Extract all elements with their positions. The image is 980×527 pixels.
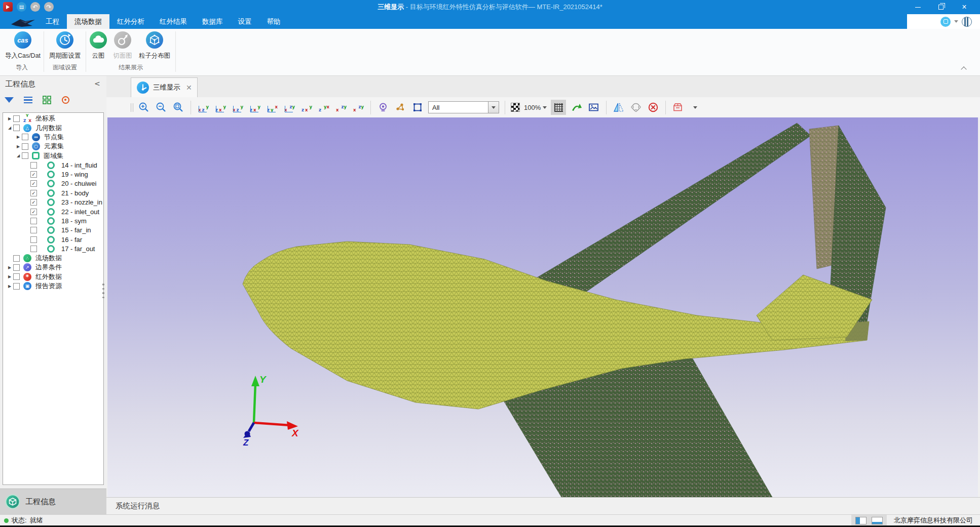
- tree-row[interactable]: 14 - int_fluid: [3, 160, 103, 170]
- view-preset-6-button[interactable]: zyx: [283, 101, 296, 114]
- tree-row[interactable]: ✓21 - body: [3, 188, 103, 197]
- tree-checkbox[interactable]: ✓: [30, 209, 37, 215]
- tree-row[interactable]: ∴流场数据: [3, 254, 103, 263]
- tree-item-label[interactable]: 16 - far: [61, 236, 82, 244]
- tree-checkbox[interactable]: [13, 273, 20, 280]
- tree-row[interactable]: ▶▣报告资源: [3, 281, 103, 291]
- tree-row[interactable]: ✓22 - inlet_out: [3, 207, 103, 216]
- tree-checkbox[interactable]: [13, 125, 20, 131]
- tree-item-label[interactable]: 23 - nozzle_in: [61, 198, 102, 206]
- tree-row[interactable]: 15 - far_in: [3, 226, 103, 235]
- tree-row[interactable]: ◢面域集: [3, 151, 103, 160]
- zoom-in-button[interactable]: [137, 100, 150, 114]
- view-preset-1-button[interactable]: yxz: [197, 101, 210, 114]
- tree-item-label[interactable]: 元素集: [44, 142, 64, 151]
- theme-dropdown-caret[interactable]: [954, 20, 958, 23]
- tree-item-label[interactable]: 红外数据: [35, 272, 62, 281]
- display-filter-combo[interactable]: All: [428, 101, 499, 113]
- tree-checkbox[interactable]: [22, 134, 28, 140]
- tree-checkbox[interactable]: [22, 143, 28, 150]
- tab-close-icon[interactable]: ✕: [186, 84, 192, 92]
- tree-expander-icon[interactable]: ▶: [6, 265, 13, 270]
- tree-checkbox[interactable]: ✓: [30, 171, 37, 178]
- toolbar-grip[interactable]: [131, 103, 133, 112]
- tree-checkbox[interactable]: [13, 115, 20, 122]
- tree-checkbox[interactable]: [30, 246, 37, 252]
- undo-button[interactable]: ↶: [30, 2, 40, 12]
- theme-style-button[interactable]: [940, 17, 951, 27]
- tree-checkbox[interactable]: [13, 283, 20, 290]
- mirror-button[interactable]: [612, 100, 625, 114]
- view-preset-4-button[interactable]: yzx: [248, 101, 261, 114]
- tree-item-label[interactable]: 报告资源: [35, 281, 62, 291]
- tab-3d-display[interactable]: 三维显示 ✕: [131, 77, 198, 97]
- layout-style-button[interactable]: [962, 17, 972, 27]
- tree-checkbox[interactable]: [30, 227, 37, 233]
- panel-layout-icon[interactable]: [855, 517, 866, 524]
- tree-item-label[interactable]: 17 - far_out: [61, 245, 95, 253]
- tree-checkbox[interactable]: [30, 162, 37, 169]
- tree-checkbox[interactable]: [13, 264, 20, 271]
- tree-item-label[interactable]: 14 - int_fluid: [61, 161, 97, 169]
- lasso-button[interactable]: [629, 100, 643, 114]
- tree-item-label[interactable]: 流场数据: [35, 254, 62, 263]
- tree-item-label[interactable]: 18 - sym: [61, 217, 87, 225]
- view-preset-5-button[interactable]: xzy: [266, 101, 279, 114]
- light-button[interactable]: [376, 100, 390, 114]
- tree-row[interactable]: 18 - sym: [3, 216, 103, 225]
- tree-row[interactable]: ◢△几何数据: [3, 123, 103, 132]
- 3d-viewport[interactable]: Y X Z: [107, 117, 978, 497]
- tree-row[interactable]: ✓20 - chuiwei: [3, 179, 103, 188]
- tree-row[interactable]: ▶○元素集: [3, 142, 103, 151]
- view-preset-3-button[interactable]: yxz: [231, 101, 244, 114]
- tree-checkbox[interactable]: ✓: [30, 180, 37, 187]
- tree-checkbox[interactable]: ✓: [30, 190, 37, 196]
- tree-checkbox[interactable]: [30, 218, 37, 224]
- restore-button[interactable]: [929, 0, 953, 14]
- tree-item-label[interactable]: 边界条件: [35, 263, 62, 272]
- panel-collapse-button[interactable]: <: [94, 79, 100, 88]
- periodic-surface-button[interactable]: 周期面设置: [46, 30, 84, 60]
- tree-checkbox[interactable]: [22, 152, 28, 159]
- tree-expander-icon[interactable]: ▶: [15, 135, 22, 139]
- select-box-button[interactable]: [411, 100, 424, 114]
- snapshot-button[interactable]: [587, 100, 600, 114]
- tree-checkbox[interactable]: ✓: [30, 199, 37, 206]
- tree-row[interactable]: 16 - far: [3, 235, 103, 244]
- tree-item-label[interactable]: 19 - wing: [61, 171, 88, 178]
- app-icon[interactable]: [3, 2, 13, 12]
- tree-row[interactable]: 17 - far_out: [3, 244, 103, 253]
- archive-dropdown-caret[interactable]: [689, 100, 702, 114]
- tree-item-label[interactable]: 面域集: [44, 151, 63, 160]
- tree-row[interactable]: ✓19 - wing: [3, 170, 103, 179]
- tree-expander-icon[interactable]: ◢: [6, 126, 13, 130]
- contour-plot-button[interactable]: 云图: [87, 30, 109, 60]
- archive-button[interactable]: [671, 100, 685, 114]
- panel-splitter-handle[interactable]: [102, 283, 104, 298]
- menu-tab-帮助[interactable]: 帮助: [259, 14, 288, 29]
- console-layout-icon[interactable]: [872, 517, 883, 524]
- tree-item-label[interactable]: 几何数据: [35, 124, 62, 133]
- particle-distribution-button[interactable]: 粒子分布图: [135, 30, 174, 60]
- tree-expander-icon[interactable]: ◢: [15, 153, 22, 158]
- tree-checkbox[interactable]: [30, 236, 37, 243]
- menu-tab-数据库[interactable]: 数据库: [195, 14, 231, 29]
- tree-item-label[interactable]: 坐标系: [35, 114, 55, 123]
- close-button[interactable]: ×: [953, 0, 976, 14]
- tree-expander-icon[interactable]: ▶: [6, 284, 13, 289]
- view-preset-8-button[interactable]: yxz: [317, 101, 330, 114]
- menu-tab-红外结果[interactable]: 红外结果: [152, 14, 195, 29]
- cancel-button[interactable]: [647, 100, 660, 114]
- minimize-button[interactable]: [906, 0, 929, 14]
- view-preset-9-button[interactable]: zyx: [334, 101, 348, 114]
- redo-button[interactable]: ↷: [44, 2, 54, 12]
- list-mode-button[interactable]: [21, 93, 35, 106]
- menu-tab-红外分析[interactable]: 红外分析: [109, 14, 152, 29]
- transparency-icon[interactable]: [511, 103, 520, 112]
- tree-row[interactable]: ▶↗边界条件: [3, 263, 103, 272]
- mesh-toggle-button[interactable]: [551, 100, 566, 115]
- zoom-fit-button[interactable]: [172, 100, 185, 114]
- project-tree[interactable]: ▶YZX坐标系◢△几何数据▶⇔节点集▶○元素集◢面域集14 - int_flui…: [3, 112, 104, 485]
- tree-row[interactable]: ▶*红外数据: [3, 272, 103, 281]
- particles-button[interactable]: [394, 100, 407, 114]
